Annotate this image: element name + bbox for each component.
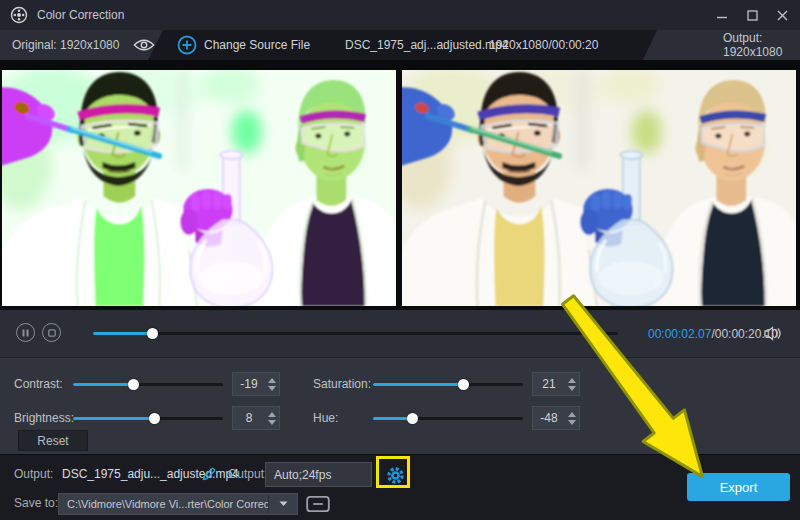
- titlebar: Color Correction: [0, 0, 800, 30]
- close-button[interactable]: [774, 7, 790, 23]
- hue-value: -48: [533, 411, 565, 425]
- export-button[interactable]: Export: [687, 473, 790, 501]
- spin-down-icon[interactable]: [268, 386, 276, 391]
- volume-icon[interactable]: [763, 326, 783, 341]
- add-source-icon[interactable]: [177, 35, 197, 55]
- spin-down-icon[interactable]: [268, 420, 276, 425]
- spin-down-icon[interactable]: [568, 420, 576, 425]
- original-video-preview: [2, 70, 396, 306]
- hue-label: Hue:: [313, 411, 373, 425]
- saturation-value-spinner[interactable]: 21: [532, 372, 580, 396]
- saturation-handle[interactable]: [458, 379, 469, 390]
- pause-icon: [22, 329, 29, 337]
- saturation-slider[interactable]: [373, 378, 523, 390]
- saturation-label: Saturation:: [313, 377, 373, 391]
- output-resolution: Output: 1920x1080: [723, 31, 800, 59]
- source-resolution-duration: 1920x1080/00:00:20: [489, 38, 598, 52]
- spin-up-icon[interactable]: [568, 378, 576, 383]
- save-path-value: C:\Vidmore\Vidmore Vi...rter\Color Corre…: [59, 498, 268, 510]
- minimize-button[interactable]: [714, 7, 730, 23]
- timeline-track: [93, 332, 618, 335]
- current-time: 00:00:02.07: [648, 327, 711, 341]
- hue-handle[interactable]: [407, 413, 418, 424]
- contrast-label: Contrast:: [14, 377, 73, 391]
- source-filename: DSC_1975_adj...adjusted.mp4: [345, 38, 508, 52]
- original-resolution: Original: 1920x1080: [12, 38, 119, 52]
- output-format-input[interactable]: [265, 462, 372, 487]
- edit-filename-icon[interactable]: [201, 466, 217, 482]
- brightness-label: Brightness:: [14, 411, 73, 425]
- change-source-file-button[interactable]: Change Source File: [204, 38, 310, 52]
- playback-bar: 00:00:02.07/00:00:20.10: [0, 310, 800, 358]
- contrast-value-spinner[interactable]: -19: [232, 372, 280, 396]
- brightness-handle[interactable]: [149, 413, 160, 424]
- brightness-slider[interactable]: [73, 412, 223, 424]
- time-display: 00:00:02.07/00:00:20.10: [648, 327, 778, 341]
- adjustments-panel: Contrast: -19 Brightness: 8 Saturation:: [0, 358, 800, 454]
- spin-up-icon[interactable]: [268, 378, 276, 383]
- brightness-value: 8: [233, 411, 265, 425]
- spin-up-icon[interactable]: [568, 412, 576, 417]
- hue-slider[interactable]: [373, 412, 523, 424]
- save-to-label: Save to:: [14, 496, 58, 510]
- output-filename-label: Output:: [14, 467, 53, 481]
- saturation-value: 21: [533, 377, 565, 391]
- close-icon: [777, 10, 788, 21]
- video-preview-area: [0, 60, 800, 310]
- maximize-button[interactable]: [744, 7, 760, 23]
- spin-up-icon[interactable]: [268, 412, 276, 417]
- pause-button[interactable]: [16, 323, 35, 342]
- timeline-fill: [93, 332, 153, 335]
- source-bar: Change Source File DSC_1975_adj...adjust…: [0, 30, 800, 60]
- corrected-video-preview: [402, 70, 796, 306]
- browse-folder-button[interactable]: [306, 494, 330, 514]
- minimize-icon: [716, 9, 728, 21]
- spin-down-icon[interactable]: [568, 386, 576, 391]
- brightness-value-spinner[interactable]: 8: [232, 406, 280, 430]
- format-settings-button[interactable]: [382, 462, 408, 488]
- output-format-label: Output:: [228, 467, 267, 481]
- stop-icon: [48, 329, 56, 337]
- save-path-dropdown[interactable]: C:\Vidmore\Vidmore Vi...rter\Color Corre…: [58, 493, 298, 515]
- timeline-handle[interactable]: [147, 328, 158, 339]
- gear-icon: [386, 466, 405, 485]
- color-correction-icon: [10, 6, 28, 24]
- maximize-icon: [747, 10, 758, 21]
- contrast-slider[interactable]: [73, 378, 223, 390]
- contrast-handle[interactable]: [128, 379, 139, 390]
- reset-button[interactable]: Reset: [18, 430, 88, 451]
- contrast-value: -19: [233, 377, 265, 391]
- color-correction-window: Color Correction Change Source File DSC_…: [0, 0, 800, 520]
- dropdown-arrow-icon[interactable]: [269, 501, 297, 507]
- output-info-tab: Output: 1920x1080: [640, 30, 800, 60]
- timeline-slider[interactable]: [93, 327, 618, 339]
- original-info-tab: Original: 1920x1080: [0, 30, 172, 60]
- preview-eye-icon[interactable]: [133, 38, 155, 52]
- window-title: Color Correction: [37, 8, 124, 22]
- stop-button[interactable]: [42, 323, 61, 342]
- hue-value-spinner[interactable]: -48: [532, 406, 580, 430]
- output-bar: Output: DSC_1975_adju..._adjusted.mp4 Ou…: [0, 454, 800, 520]
